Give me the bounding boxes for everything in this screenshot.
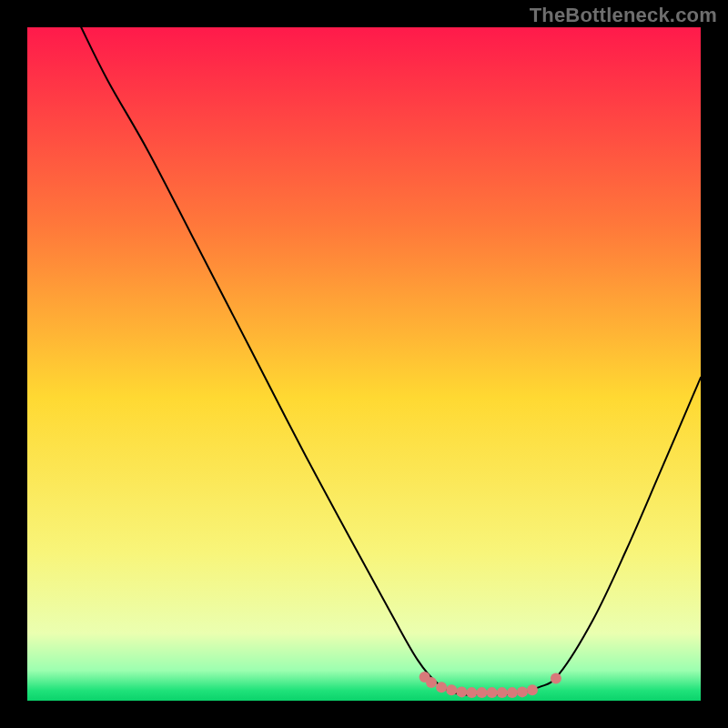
plot-area [27, 27, 701, 701]
marker-dot [477, 687, 488, 698]
marker-dot [507, 687, 518, 698]
watermark-text: TheBottleneck.com [530, 4, 717, 27]
marker-dot [446, 684, 457, 695]
marker-dot [527, 684, 538, 695]
marker-dot [517, 686, 528, 697]
gradient-background [27, 27, 701, 701]
marker-dot [456, 686, 467, 697]
marker-dot [497, 687, 508, 698]
marker-dot [436, 682, 447, 693]
marker-dot [466, 687, 477, 698]
chart-svg [27, 27, 701, 701]
chart-frame: TheBottleneck.com [0, 0, 728, 728]
marker-dot [551, 673, 561, 684]
marker-dot [487, 687, 498, 698]
marker-dot [426, 677, 437, 688]
